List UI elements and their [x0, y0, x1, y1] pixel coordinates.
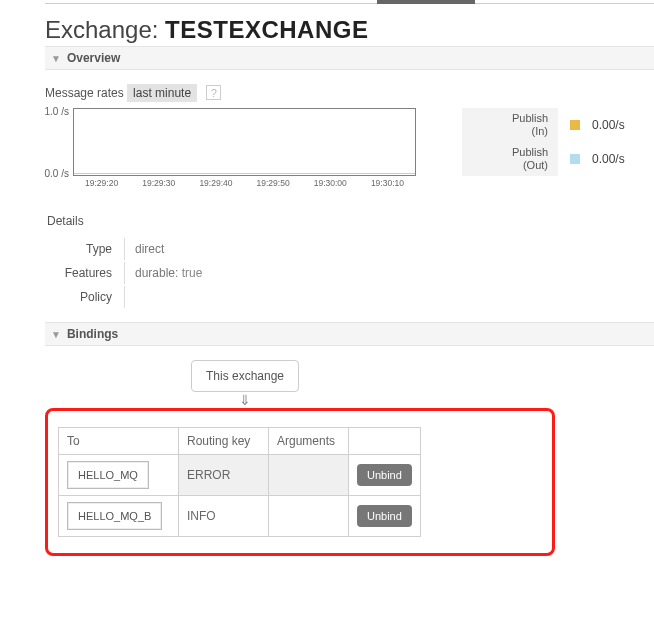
- active-nav-indicator: [377, 0, 475, 4]
- ytick-top: 1.0 /s: [35, 106, 69, 117]
- rate-chart: 1.0 /s 0.0 /s: [45, 108, 416, 176]
- section-bindings-header[interactable]: ▼ Bindings: [45, 322, 654, 346]
- table-row: HELLO_MQ_B INFO Unbind: [59, 496, 421, 537]
- table-header-row: To Routing key Arguments: [59, 428, 421, 455]
- chart-legend: Publish(In) 0.00/s Publish(Out) 0.00/s: [462, 108, 654, 176]
- section-bindings-label: Bindings: [67, 327, 118, 341]
- col-actions: [349, 428, 421, 455]
- legend-label-publish-out: Publish(Out): [462, 142, 558, 176]
- chevron-down-icon: ▼: [51, 53, 61, 64]
- xtick: 19:29:40: [187, 178, 244, 188]
- col-routing-key: Routing key: [179, 428, 269, 455]
- swatch-blue-icon: [570, 154, 580, 164]
- detail-features-label: Features: [47, 262, 122, 284]
- swatch-orange-icon: [570, 120, 580, 130]
- xtick: 19:29:20: [73, 178, 130, 188]
- detail-policy-value: [124, 286, 212, 308]
- message-rates-control: Message rates last minute ?: [45, 84, 654, 102]
- message-rates-label: Message rates: [45, 86, 124, 100]
- ytick-bottom: 0.0 /s: [35, 168, 69, 179]
- legend-value-publish-in: 0.00/s: [592, 118, 634, 132]
- section-overview-label: Overview: [67, 51, 120, 65]
- section-overview-header[interactable]: ▼ Overview: [45, 46, 654, 70]
- routing-key-cell: ERROR: [179, 455, 269, 496]
- col-to: To: [59, 428, 179, 455]
- unbind-button[interactable]: Unbind: [357, 505, 412, 527]
- table-row: HELLO_MQ ERROR Unbind: [59, 455, 421, 496]
- legend-value-publish-out: 0.00/s: [592, 152, 634, 166]
- xtick: 19:30:10: [359, 178, 416, 188]
- detail-type-label: Type: [47, 238, 122, 260]
- bindings-table: To Routing key Arguments HELLO_MQ ERROR …: [58, 427, 421, 537]
- xtick: 19:29:50: [245, 178, 302, 188]
- col-arguments: Arguments: [269, 428, 349, 455]
- unbind-button[interactable]: Unbind: [357, 464, 412, 486]
- xtick: 19:29:30: [130, 178, 187, 188]
- detail-features-value: durable: true: [124, 262, 212, 284]
- page-title: Exchange: TESTEXCHANGE: [45, 16, 654, 44]
- arguments-cell: [269, 496, 349, 537]
- exchange-name: TESTEXCHANGE: [165, 16, 368, 43]
- detail-policy-label: Policy: [47, 286, 122, 308]
- rate-range-select[interactable]: last minute: [127, 84, 197, 102]
- arrow-down-icon: ⇓: [185, 394, 305, 406]
- arguments-cell: [269, 455, 349, 496]
- routing-key-cell: INFO: [179, 496, 269, 537]
- details-heading: Details: [47, 214, 654, 228]
- queue-link[interactable]: HELLO_MQ_B: [67, 502, 162, 530]
- help-icon[interactable]: ?: [206, 85, 221, 100]
- xticks: 19:29:20 19:29:30 19:29:40 19:29:50 19:3…: [73, 176, 416, 188]
- title-prefix: Exchange:: [45, 16, 165, 43]
- this-exchange-box: This exchange: [191, 360, 299, 392]
- detail-type-value: direct: [124, 238, 212, 260]
- legend-label-publish-in: Publish(In): [462, 108, 558, 142]
- bindings-highlight: To Routing key Arguments HELLO_MQ ERROR …: [45, 408, 555, 556]
- queue-link[interactable]: HELLO_MQ: [67, 461, 149, 489]
- xtick: 19:30:00: [302, 178, 359, 188]
- chevron-down-icon: ▼: [51, 329, 61, 340]
- details-table: Type direct Features durable: true Polic…: [45, 236, 214, 310]
